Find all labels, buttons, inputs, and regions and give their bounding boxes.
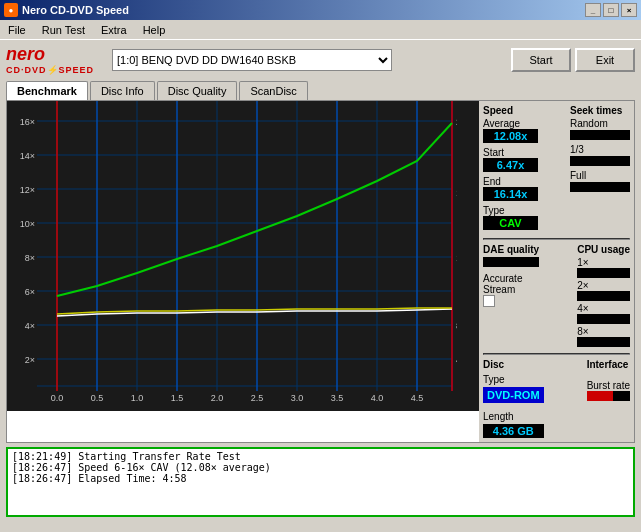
cpu-2x-bar [577,291,630,301]
menu-file[interactable]: File [4,22,30,38]
svg-text:16: 16 [456,188,457,198]
cpu-8x-label: 8× [577,326,630,337]
cpu-title: CPU usage [577,244,630,255]
seek-random-bar [570,130,630,140]
window-controls[interactable]: _ □ × [585,3,637,17]
chart-area: 16× 14× 12× 10× 8× 6× 4× 2× 20 16 12 8 4… [7,101,479,411]
disc-interface-row: Disc Type DVD-ROM Length 4.36 GB Interfa… [483,359,630,438]
seek-random-label: Random [570,118,630,129]
dae-accurate-label: Accurate [483,273,539,284]
svg-text:16×: 16× [20,117,35,127]
dae-bar [483,257,539,267]
svg-text:1.5: 1.5 [171,393,184,403]
interface-section: Interface Burst rate [587,359,630,438]
tabs: Benchmark Disc Info Disc Quality ScanDis… [6,81,635,100]
cpu-2x-label: 2× [577,280,630,291]
logo: nero CD·DVD⚡SPEED [6,44,94,75]
dae-stream-label: Stream [483,284,539,295]
top-buttons: Start Exit [511,48,635,72]
svg-text:8×: 8× [25,253,35,263]
cpu-4x-bar [577,314,630,324]
svg-text:2×: 2× [25,355,35,365]
accurate-stream-checkbox [483,295,495,307]
logo-nero: nero [6,44,45,65]
interface-title: Interface [587,359,630,370]
log-line-0: [18:21:49] Starting Transfer Rate Test [12,451,629,462]
svg-text:4.0: 4.0 [371,393,384,403]
svg-text:10×: 10× [20,219,35,229]
svg-text:0.5: 0.5 [91,393,104,403]
speed-title: Speed [483,105,538,116]
svg-text:6×: 6× [25,287,35,297]
minimize-button[interactable]: _ [585,3,601,17]
dae-title: DAE quality [483,244,539,255]
start-button[interactable]: Start [511,48,571,72]
speed-average-label: Average [483,118,538,129]
svg-text:2.0: 2.0 [211,393,224,403]
svg-text:4.5: 4.5 [411,393,424,403]
dae-section: DAE quality Accurate Stream [483,244,539,349]
seek-third-label: 1/3 [570,144,630,155]
title-bar: ● Nero CD-DVD Speed _ □ × [0,0,641,20]
chart-svg: 16× 14× 12× 10× 8× 6× 4× 2× 20 16 12 8 4… [7,101,457,411]
svg-text:1.0: 1.0 [131,393,144,403]
seek-full-bar [570,182,630,192]
drive-dropdown[interactable]: [1:0] BENQ DVD DD DW1640 BSKB [112,49,392,71]
top-bar: nero CD·DVD⚡SPEED [1:0] BENQ DVD DD DW16… [0,40,641,79]
log-line-1: [18:26:47] Speed 6-16× CAV (12.08× avera… [12,462,629,473]
svg-text:12: 12 [456,253,457,263]
svg-text:2.5: 2.5 [251,393,264,403]
disc-length-label: Length [483,411,544,422]
disc-type-badge: DVD-ROM [483,387,544,403]
speed-section: Speed Average 12.08x Start 6.47x End 16.… [483,105,630,230]
speed-end-label: End [483,176,538,187]
seek-third-bar [570,156,630,166]
log-line-2: [18:26:47] Elapsed Time: 4:58 [12,473,629,484]
disc-type-label: Type [483,374,544,385]
speed-type-value: CAV [483,216,538,230]
main-panel: 16× 14× 12× 10× 8× 6× 4× 2× 20 16 12 8 4… [6,100,635,443]
logo-sub: CD·DVD⚡SPEED [6,65,94,75]
seek-full-label: Full [570,170,630,181]
speed-start-value: 6.47x [483,158,538,172]
close-button[interactable]: × [621,3,637,17]
svg-text:12×: 12× [20,185,35,195]
disc-section: Disc Type DVD-ROM Length 4.36 GB [483,359,544,438]
cpu-8x-bar [577,337,630,347]
disc-title: Disc [483,359,544,370]
speed-start-label: Start [483,147,538,158]
tab-disc-quality[interactable]: Disc Quality [157,81,238,100]
app-icon: ● [4,3,18,17]
svg-text:4: 4 [456,355,457,365]
exit-button[interactable]: Exit [575,48,635,72]
drive-select-container[interactable]: [1:0] BENQ DVD DD DW1640 BSKB [112,49,503,71]
cpu-1x-bar [577,268,630,278]
tab-benchmark[interactable]: Benchmark [6,81,88,100]
burst-bar [587,391,630,401]
svg-rect-0 [7,101,457,411]
cpu-1x-label: 1× [577,257,630,268]
tab-area: Benchmark Disc Info Disc Quality ScanDis… [0,79,641,100]
accurate-stream-checkbox-row [483,295,539,307]
cpu-section: CPU usage 1× 2× 4× 8× [577,244,630,349]
svg-text:3.0: 3.0 [291,393,304,403]
maximize-button[interactable]: □ [603,3,619,17]
svg-text:4×: 4× [25,321,35,331]
svg-text:0.0: 0.0 [51,393,64,403]
speed-average-value: 12.08x [483,129,538,143]
menu-bar: File Run Test Extra Help [0,20,641,40]
menu-run-test[interactable]: Run Test [38,22,89,38]
speed-end-value: 16.14x [483,187,538,201]
window-title: Nero CD-DVD Speed [22,4,129,16]
svg-text:20: 20 [456,117,457,127]
svg-text:3.5: 3.5 [331,393,344,403]
menu-extra[interactable]: Extra [97,22,131,38]
dae-cpu-row: DAE quality Accurate Stream CPU usage 1×… [483,244,630,349]
seek-title: Seek times [570,105,630,116]
svg-text:14×: 14× [20,151,35,161]
right-panel: Speed Average 12.08x Start 6.47x End 16.… [479,101,634,442]
menu-help[interactable]: Help [139,22,170,38]
tab-disc-info[interactable]: Disc Info [90,81,155,100]
tab-scan-disc[interactable]: ScanDisc [239,81,307,100]
svg-text:8: 8 [456,321,457,331]
